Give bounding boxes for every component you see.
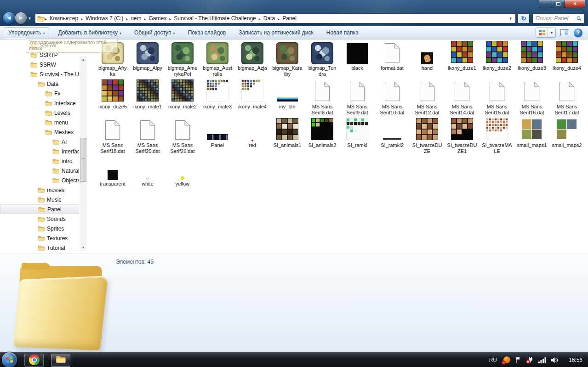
file-item-ms-sans-serif16-dat[interactable]: MS Sans Serif16.dat: [514, 79, 549, 118]
file-item-ms-sans-serif9-dat[interactable]: MS Sans Serif9.dat: [340, 79, 375, 118]
sidebar-item-sprites[interactable]: Sprites: [0, 224, 79, 233]
network-signal-icon[interactable]: [538, 357, 546, 363]
toolbar-button-упорядочить[interactable]: Упорядочить▾: [4, 27, 49, 38]
taskbar-app-explorer[interactable]: [51, 354, 70, 367]
sidebar-item-ai[interactable]: AI: [0, 137, 79, 147]
maximize-button[interactable]: [552, 0, 565, 8]
address-dropdown-icon[interactable]: ▾: [506, 16, 515, 21]
file-item-yellow[interactable]: yellow: [165, 156, 200, 195]
toolbar-button-добавить-в-библиотеку[interactable]: Добавить в библиотеку▾: [54, 28, 126, 38]
file-item-ms-sans-serif10-dat[interactable]: MS Sans Serif10.dat: [375, 79, 410, 118]
file-item-ikony-male4[interactable]: ikony_male4: [235, 79, 270, 118]
file-item-small-maps1[interactable]: small_maps1: [514, 118, 549, 156]
avast-icon[interactable]: [503, 356, 510, 363]
file-item-si-ramki2[interactable]: SI_ramki2: [375, 118, 410, 156]
file-item-transparent[interactable]: transparent: [95, 156, 130, 195]
sidebar-item-sounds[interactable]: Sounds: [0, 214, 79, 224]
power-disconnected-icon[interactable]: [526, 356, 534, 364]
file-item-si-twarzeduze1[interactable]: SI_twarzeDUZE1: [445, 118, 480, 156]
sidebar-item-menu[interactable]: menu: [0, 118, 79, 127]
file-item-bigmap-alpy[interactable]: bigmap_Alpy: [130, 40, 165, 79]
breadcrumb-item-компьютер[interactable]: Компьютер: [47, 15, 80, 22]
scroll-up-icon[interactable]: ▲: [80, 56, 87, 63]
file-item-hand[interactable]: hand: [410, 40, 445, 79]
file-item-bigmap-australia[interactable]: bigmap_Australia: [200, 40, 235, 79]
sidebar-item-ssrw[interactable]: SSRW: [0, 60, 79, 69]
file-item-ms-sans-serif17-dat[interactable]: MS Sans Serif17.dat: [549, 79, 584, 118]
file-item-ikony-male2[interactable]: ikony_male2: [165, 79, 200, 118]
toolbar-button-записать-на-оптический-диск[interactable]: Записать на оптический диск: [234, 28, 318, 38]
preview-pane-button[interactable]: [560, 29, 569, 36]
minimize-button[interactable]: –: [539, 0, 552, 8]
file-item-white[interactable]: white: [130, 156, 165, 195]
back-button[interactable]: ◄: [3, 12, 15, 24]
sidebar-scrollbar[interactable]: ▲ ▼: [80, 56, 87, 251]
file-item-ikony-duze1[interactable]: ikony_duze1: [445, 40, 480, 79]
language-indicator[interactable]: RU: [487, 356, 499, 364]
breadcrumb-item-games[interactable]: Games: [147, 15, 169, 22]
sidebar-item-textures[interactable]: Textures: [0, 233, 79, 243]
file-item-inv-btn[interactable]: inv_btn: [270, 79, 305, 118]
sidebar-item-tutorial[interactable]: Tutorial: [0, 243, 79, 253]
file-item-si-twarzeduze[interactable]: SI_twarzeDUZE: [410, 118, 445, 156]
file-item-ikony-male1[interactable]: ikony_male1: [130, 79, 165, 118]
taskbar-app-chrome[interactable]: [24, 354, 44, 367]
volume-icon[interactable]: [551, 357, 559, 363]
forward-button[interactable]: ►: [15, 12, 27, 24]
sidebar-item-music[interactable]: Music: [0, 195, 79, 204]
sidebar-item-interface[interactable]: Interface: [0, 98, 79, 108]
file-item-bigmap-tundra[interactable]: bigmap_Tundra: [305, 40, 340, 79]
taskbar-clock[interactable]: 16:56: [569, 357, 582, 363]
file-item-panel[interactable]: Panel: [200, 118, 235, 156]
start-button[interactable]: [2, 352, 17, 367]
breadcrumb[interactable]: ▸Компьютер▸Windows 7 (C:)▸oem▸Games▸Surv…: [35, 13, 516, 23]
file-item-ikony-duze3[interactable]: ikony_duze3: [514, 40, 549, 79]
file-item-si-animals2[interactable]: SI_animals2: [305, 118, 340, 156]
file-item-ikony-duze4[interactable]: ikony_duze4: [549, 40, 584, 79]
sidebar-item-data[interactable]: Data: [0, 79, 79, 89]
close-button[interactable]: ✕: [565, 0, 585, 8]
file-item-bigmap-karaiby[interactable]: bigmap_Karaiby: [270, 40, 305, 79]
file-item-ms-sans-serif12-dat[interactable]: MS Sans Serif12.dat: [410, 79, 445, 118]
breadcrumb-item-oem[interactable]: oem: [128, 15, 143, 22]
file-item-format-dat[interactable]: format.dat: [375, 40, 410, 79]
file-item-ms-sans-serif14-dat[interactable]: MS Sans Serif14.dat: [445, 79, 480, 118]
views-dropdown-icon[interactable]: ▼: [548, 28, 555, 37]
file-item-si-twarzemale[interactable]: SI_twarzeMALE: [480, 118, 514, 156]
sidebar-item-panel[interactable]: Panel: [0, 204, 79, 214]
help-button[interactable]: ?: [574, 28, 582, 37]
recent-pages-chevron-icon[interactable]: ▼: [28, 16, 32, 21]
file-item-ms-sans-serif15-dat[interactable]: MS Sans Serif15.dat: [480, 79, 514, 118]
scrollbar-thumb[interactable]: [80, 138, 86, 182]
file-item-small-maps2[interactable]: small_maps2: [549, 118, 584, 156]
file-item-black[interactable]: black: [340, 40, 375, 79]
sidebar-item-movies[interactable]: movies: [0, 185, 79, 195]
file-item-red[interactable]: red: [235, 118, 270, 156]
file-item-bigmap-amerykapol[interactable]: bigmap_AmerykaPol: [165, 40, 200, 79]
file-item-ms-sans-serif26-dat[interactable]: MS Sans Serif26.dat: [165, 118, 200, 156]
sidebar-item-interface[interactable]: Interface: [0, 147, 79, 156]
toolbar-button-показ-слайдов[interactable]: Показ слайдов: [184, 28, 230, 38]
file-item-ikony-male3[interactable]: ikony_male3: [200, 79, 235, 118]
breadcrumb-item-panel[interactable]: Panel: [280, 15, 299, 22]
file-item-ikony-duze5[interactable]: ikony_duze5: [95, 79, 130, 118]
search-icon[interactable]: [577, 16, 582, 22]
file-item-ms-sans-serif20-dat[interactable]: MS Sans Serif20.dat: [130, 118, 165, 156]
sidebar-item-naturals[interactable]: Naturals: [0, 166, 79, 175]
file-item-bigmap-azja[interactable]: bigmap_Azja: [235, 40, 270, 79]
toolbar-button-общий-доступ[interactable]: Общий доступ▾: [130, 28, 179, 38]
file-item-ikony-duze2[interactable]: ikony_duze2: [480, 40, 514, 79]
sidebar-item-objects[interactable]: Objects: [0, 175, 79, 185]
sidebar-item-fx[interactable]: Fx: [0, 89, 79, 98]
refresh-button[interactable]: ↻: [518, 13, 530, 23]
scroll-down-icon[interactable]: ▼: [80, 244, 87, 251]
file-item-si-animals1[interactable]: SI_animals1: [270, 118, 305, 156]
search-input[interactable]: [536, 15, 577, 22]
sidebar-item-meshes[interactable]: Meshes: [0, 127, 79, 137]
file-item-ms-sans-serif18-dat[interactable]: MS Sans Serif18.dat: [95, 118, 130, 156]
change-view-button[interactable]: ▼: [536, 28, 556, 38]
sidebar-item-levels[interactable]: Levels: [0, 108, 79, 118]
breadcrumb-item-data[interactable]: Data: [261, 15, 277, 22]
breadcrumb-item-windows-7-c-[interactable]: Windows 7 (C:): [83, 15, 126, 22]
file-item-ms-sans-serif8-dat[interactable]: MS Sans Serif8.dat: [305, 79, 340, 118]
